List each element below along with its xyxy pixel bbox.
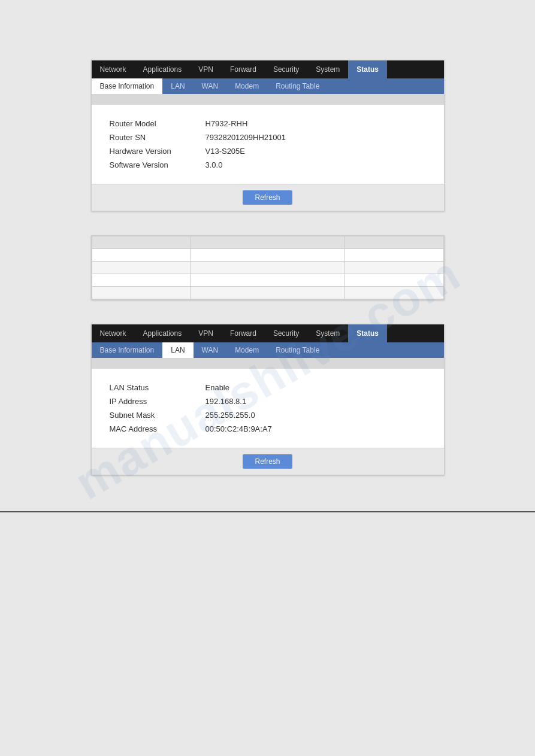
- sub-base-info-2[interactable]: Base Information: [92, 342, 163, 358]
- gray-bar-2: [92, 358, 444, 369]
- sub-nav-1: Base Information LAN WAN Modem Routing T…: [92, 78, 444, 94]
- table-cell: [92, 262, 190, 274]
- table-cell: [345, 287, 443, 299]
- nav-forward-2[interactable]: Forward: [222, 324, 265, 342]
- table-row: [92, 287, 443, 299]
- info-area-1: Router Model H7932-RHH Router SN 7932820…: [92, 105, 444, 184]
- value-lan-status: Enable: [205, 383, 229, 392]
- routing-table: [92, 236, 444, 299]
- nav-status-1[interactable]: Status: [348, 60, 387, 78]
- nav-network-1[interactable]: Network: [92, 60, 135, 78]
- label-sw-version: Software Version: [110, 160, 205, 169]
- col-header-3: [345, 236, 443, 249]
- info-row-ip-address: IP Address 192.168.8.1: [110, 394, 426, 408]
- nav-security-1[interactable]: Security: [265, 60, 307, 78]
- table-cell: [190, 287, 344, 299]
- sub-routing-2[interactable]: Routing Table: [267, 342, 328, 358]
- nav-forward-1[interactable]: Forward: [222, 60, 265, 78]
- nav-status-2[interactable]: Status: [348, 324, 387, 342]
- label-hw-version: Hardware Version: [110, 147, 205, 156]
- routing-panel: [91, 235, 445, 300]
- sub-lan-2[interactable]: LAN: [162, 342, 193, 358]
- nav-network-2[interactable]: Network: [92, 324, 135, 342]
- value-mac-address: 00:50:C2:4B:9A:A7: [205, 424, 272, 433]
- info-row-router-sn: Router SN 79328201209HH21001: [110, 130, 426, 144]
- table-header-row: [92, 236, 443, 249]
- value-router-sn: 79328201209HH21001: [205, 133, 286, 142]
- top-nav-2: Network Applications VPN Forward Securit…: [92, 324, 444, 342]
- info-row-lan-status: LAN Status Enable: [110, 381, 426, 394]
- sub-wan-1[interactable]: WAN: [194, 78, 227, 94]
- sub-modem-2[interactable]: Modem: [226, 342, 267, 358]
- table-row: [92, 262, 443, 274]
- table-cell: [345, 249, 443, 262]
- router-panel-1: Network Applications VPN Forward Securit…: [91, 60, 445, 211]
- label-subnet-mask: Subnet Mask: [110, 411, 205, 420]
- value-subnet-mask: 255.255.255.0: [205, 411, 255, 420]
- info-row-sw-version: Software Version 3.0.0: [110, 158, 426, 172]
- label-lan-status: LAN Status: [110, 383, 205, 392]
- table-cell: [190, 262, 344, 274]
- nav-vpn-2[interactable]: VPN: [190, 324, 222, 342]
- table-row: [92, 249, 443, 262]
- label-router-model: Router Model: [110, 119, 205, 128]
- value-hw-version: V13-S205E: [205, 147, 246, 156]
- label-ip-address: IP Address: [110, 397, 205, 406]
- bottom-border: [0, 511, 535, 512]
- button-bar-1: Refresh: [92, 184, 444, 211]
- value-sw-version: 3.0.0: [205, 160, 223, 169]
- col-header-1: [92, 236, 190, 249]
- sub-wan-2[interactable]: WAN: [194, 342, 227, 358]
- info-row-mac-address: MAC Address 00:50:C2:4B:9A:A7: [110, 422, 426, 436]
- nav-system-2[interactable]: System: [307, 324, 348, 342]
- table-cell: [92, 287, 190, 299]
- info-row-hw-version: Hardware Version V13-S205E: [110, 144, 426, 158]
- table-row: [92, 274, 443, 287]
- sub-modem-1[interactable]: Modem: [226, 78, 267, 94]
- value-ip-address: 192.168.8.1: [205, 397, 247, 406]
- nav-applications-2[interactable]: Applications: [135, 324, 191, 342]
- sub-lan-1[interactable]: LAN: [162, 78, 193, 94]
- col-header-2: [190, 236, 344, 249]
- top-nav-1: Network Applications VPN Forward Securit…: [92, 60, 444, 78]
- table-cell: [345, 262, 443, 274]
- gray-bar-1: [92, 94, 444, 105]
- label-mac-address: MAC Address: [110, 424, 205, 433]
- refresh-button-1[interactable]: Refresh: [243, 190, 292, 205]
- info-area-2: LAN Status Enable IP Address 192.168.8.1…: [92, 369, 444, 448]
- sub-base-info-1[interactable]: Base Information: [92, 78, 163, 94]
- router-panel-2: Network Applications VPN Forward Securit…: [91, 324, 445, 475]
- sub-routing-1[interactable]: Routing Table: [267, 78, 328, 94]
- sub-nav-2: Base Information LAN WAN Modem Routing T…: [92, 342, 444, 358]
- nav-vpn-1[interactable]: VPN: [190, 60, 222, 78]
- table-cell: [92, 274, 190, 287]
- refresh-button-2[interactable]: Refresh: [243, 454, 292, 469]
- button-bar-2: Refresh: [92, 448, 444, 475]
- table-cell: [190, 249, 344, 262]
- label-router-sn: Router SN: [110, 133, 205, 142]
- table-cell: [92, 249, 190, 262]
- nav-system-1[interactable]: System: [307, 60, 348, 78]
- info-row-router-model: Router Model H7932-RHH: [110, 117, 426, 130]
- value-router-model: H7932-RHH: [205, 119, 248, 128]
- info-row-subnet-mask: Subnet Mask 255.255.255.0: [110, 408, 426, 422]
- table-cell: [190, 274, 344, 287]
- nav-security-2[interactable]: Security: [265, 324, 307, 342]
- nav-applications-1[interactable]: Applications: [135, 60, 191, 78]
- table-cell: [345, 274, 443, 287]
